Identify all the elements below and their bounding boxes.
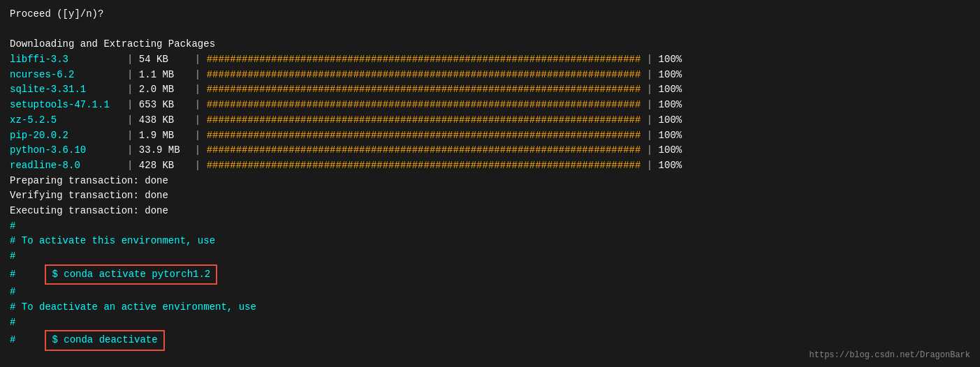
terminal-window: Proceed ([y]/n)? Downloading and Extract… (0, 0, 980, 367)
pkg-row-sqlite: sqlite-3.31.1 | 2.0 MB | ###############… (10, 82, 970, 98)
deactivate-command-box: $ conda deactivate (45, 330, 164, 351)
section-header: Downloading and Extracting Packages (10, 37, 970, 52)
executing-transaction: Executing transaction: done (10, 204, 970, 219)
comment-hash-1: # (10, 219, 970, 234)
comment-activate-env: # To activate this environment, use (10, 234, 970, 249)
comment-hash-4: # (10, 315, 970, 331)
blank-line-1 (10, 22, 970, 38)
pkg-row-readline: readline-8.0 | 428 KB | ################… (10, 158, 970, 174)
comment-activate-cmd-line: # $ conda activate pytorch1.2 (10, 264, 970, 285)
comment-hash-2: # (10, 249, 970, 264)
comment-hash-3: # (10, 285, 970, 300)
pkg-row-ncurses: ncurses-6.2 | 1.1 MB | #################… (10, 68, 970, 83)
comment-deactivate-env: # To deactivate an active environment, u… (10, 300, 970, 315)
comment-deactivate-cmd-line: # $ conda deactivate (10, 330, 970, 351)
pkg-row-python: python-3.6.10 | 33.9 MB | ##############… (10, 143, 970, 158)
pkg-row-libffi: libffi-3.3 | 54 KB | ###################… (10, 52, 970, 68)
pkg-row-pip: pip-20.0.2 | 1.9 MB | ##################… (10, 128, 970, 144)
pkg-row-xz: xz-5.2.5 | 438 KB | ####################… (10, 113, 970, 128)
watermark: https://blog.csdn.net/DragonBark (810, 350, 970, 360)
preparing-transaction: Preparing transaction: done (10, 174, 970, 189)
proceed-prompt: Proceed ([y]/n)? (10, 7, 970, 22)
pkg-row-setuptools: setuptools-47.1.1 | 653 KB | ###########… (10, 98, 970, 113)
activate-command-box: $ conda activate pytorch1.2 (45, 264, 217, 285)
verifying-transaction: Verifying transaction: done (10, 188, 970, 204)
